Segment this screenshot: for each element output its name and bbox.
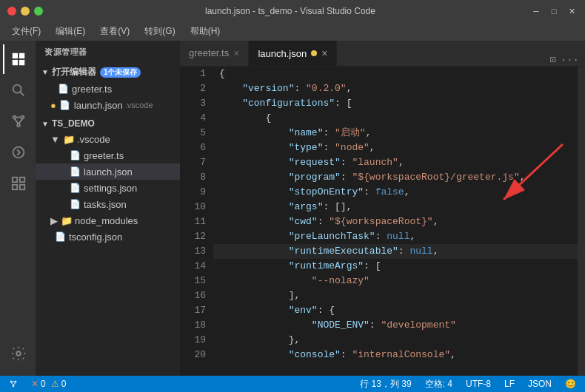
file-launch-json[interactable]: 📄 launch.json — [36, 163, 180, 180]
file-icon-tsconfig: 📄 — [53, 232, 67, 242]
status-position[interactable]: 行 13，列 39 — [357, 378, 414, 391]
file-greeter-ts[interactable]: 📄 greeter.ts — [36, 147, 180, 163]
menu-edit[interactable]: 编辑(E) — [50, 24, 91, 39]
code-line-11: "cwd": "${workspaceRoot}", — [213, 214, 578, 229]
status-line-ending[interactable]: LF — [501, 379, 518, 389]
activity-scm[interactable] — [3, 107, 33, 136]
tab-greeter[interactable]: greeter.ts × — [180, 41, 249, 66]
file-settings-json[interactable]: 📄 settings.json — [36, 180, 180, 196]
sidebar-ts-demo-section[interactable]: ▼ TS_DEMO — [36, 116, 180, 131]
close-button[interactable] — [7, 7, 16, 16]
menu-view[interactable]: 查看(V) — [94, 24, 136, 39]
svg-line-11 — [19, 118, 23, 124]
chevron-open-editors: ▼ — [41, 68, 49, 76]
open-file-greeter[interactable]: 📄 greeter.ts — [36, 81, 180, 97]
tab-launch-label: launch.json — [258, 48, 307, 59]
win-restore[interactable]: □ — [548, 7, 560, 16]
svg-point-21 — [15, 381, 16, 382]
svg-rect-14 — [20, 178, 24, 182]
code-editor[interactable]: 12345 678910 1112131415 1617181920 { "ve… — [180, 67, 585, 376]
cursor-position: 行 13，列 39 — [360, 378, 411, 391]
activity-extensions[interactable] — [3, 169, 33, 198]
file-icon-settings: 📄 — [68, 183, 81, 193]
code-line-20: "console": "internalConsole", — [213, 348, 578, 362]
vertical-scrollbar[interactable] — [578, 67, 585, 376]
code-line-10: "args": [], — [213, 200, 578, 214]
ts-demo-label: TS_DEMO — [52, 118, 95, 129]
folder-vscode[interactable]: ▼ 📁 .vscode — [36, 131, 180, 147]
tab-greeter-close[interactable]: × — [233, 47, 239, 59]
file-icon-launch2: 📄 — [68, 166, 81, 177]
code-line-6: "type": "node", — [213, 141, 578, 155]
open-editors-label: 打开编辑器 — [52, 66, 96, 78]
code-line-17: "env": { — [213, 303, 578, 318]
chevron-vscode: ▼ — [50, 134, 60, 145]
file-icon-tasks: 📄 — [68, 199, 81, 209]
status-spaces[interactable]: 空格: 4 — [422, 378, 455, 391]
code-content[interactable]: { "version": "0.2.0", "configurations": … — [213, 67, 578, 376]
error-count: 0 — [41, 379, 46, 389]
chevron-ts-demo: ▼ — [41, 120, 49, 128]
svg-point-8 — [17, 124, 20, 127]
svg-rect-16 — [13, 185, 17, 189]
menu-bar: 文件(F) 编辑(E) 查看(V) 转到(G) 帮助(H) — [0, 22, 585, 41]
maximize-button[interactable] — [34, 7, 43, 16]
activity-explorer[interactable] — [3, 44, 33, 74]
folder-icon-vscode: 📁 — [63, 134, 75, 145]
svg-rect-2 — [13, 60, 18, 65]
svg-line-10 — [15, 118, 19, 124]
win-close[interactable]: ✕ — [566, 7, 578, 16]
file-tsconfig-json[interactable]: 📄 tsconfig.json — [36, 229, 180, 245]
status-errors[interactable]: ✕ 0 ⚠ 0 — [28, 379, 69, 389]
title-bar: launch.json - ts_demo - Visual Studio Co… — [0, 0, 585, 22]
code-line-12: "preLaunchTask": null, — [213, 229, 578, 244]
code-line-4: { — [213, 111, 578, 126]
open-file-launch[interactable]: ● 📄 launch.json .vscode — [36, 97, 180, 113]
activity-search[interactable] — [3, 75, 33, 105]
svg-line-24 — [11, 382, 13, 385]
activity-debug[interactable] — [3, 138, 33, 167]
tab-launch[interactable]: launch.json × — [249, 41, 337, 66]
line-ending-label: LF — [504, 379, 515, 389]
file-icon: 📄 — [56, 84, 70, 94]
minimize-button[interactable] — [21, 7, 30, 16]
activity-bar — [0, 41, 36, 376]
file-tasks-json[interactable]: 📄 tasks.json — [36, 196, 180, 212]
status-git[interactable] — [6, 379, 21, 388]
win-minimize[interactable]: ─ — [530, 7, 542, 16]
activity-settings[interactable] — [3, 339, 33, 368]
menu-file[interactable]: 文件(F) — [6, 24, 47, 39]
svg-rect-1 — [19, 53, 24, 58]
svg-point-6 — [13, 116, 16, 119]
sidebar-open-editors-section[interactable]: ▼ 打开编辑器 1个未保存 — [36, 64, 180, 81]
tab-launch-modified — [311, 50, 317, 56]
code-line-15: "--nolazy" — [213, 274, 578, 288]
feedback-icon: 😊 — [565, 379, 576, 389]
warning-icon: ⚠ — [51, 379, 59, 389]
status-right: 行 13，列 39 空格: 4 UTF-8 LF JSON 😊 — [357, 378, 579, 391]
svg-point-4 — [13, 85, 21, 93]
status-encoding[interactable]: UTF-8 — [463, 379, 494, 389]
main-area: 资源管理器 ▼ 打开编辑器 1个未保存 📄 greeter.ts ● 📄 lau… — [0, 41, 585, 376]
code-line-14: "runtimeArgs": [ — [213, 259, 578, 274]
editor-tab-icons: ⊡ ··· — [544, 53, 585, 66]
menu-help[interactable]: 帮助(H) — [184, 24, 227, 39]
more-actions-icon[interactable]: ··· — [561, 54, 579, 66]
code-line-2: "version": "0.2.0", — [213, 81, 578, 96]
status-language[interactable]: JSON — [525, 379, 555, 389]
tab-launch-close[interactable]: × — [321, 47, 327, 59]
svg-line-5 — [20, 92, 24, 95]
sidebar: 资源管理器 ▼ 打开编辑器 1个未保存 📄 greeter.ts ● 📄 lau… — [36, 41, 180, 376]
indent-label: 空格: 4 — [425, 378, 452, 391]
window-title: launch.json - ts_demo - Visual Studio Co… — [50, 6, 530, 16]
folder-node-modules[interactable]: ▶ 📁 node_modules — [36, 212, 180, 229]
file-icon-greeter: 📄 — [68, 150, 81, 160]
code-line-16: ], — [213, 288, 578, 303]
status-bar: ✕ 0 ⚠ 0 行 13，列 39 空格: 4 UTF-8 LF JSON 😊 — [0, 376, 585, 392]
svg-rect-3 — [19, 60, 24, 65]
status-feedback[interactable]: 😊 — [562, 379, 579, 389]
folder-icon-node: 📁 — [61, 215, 73, 226]
split-editor-icon[interactable]: ⊡ — [549, 53, 555, 66]
menu-goto[interactable]: 转到(G) — [138, 24, 181, 39]
svg-rect-13 — [13, 178, 17, 182]
